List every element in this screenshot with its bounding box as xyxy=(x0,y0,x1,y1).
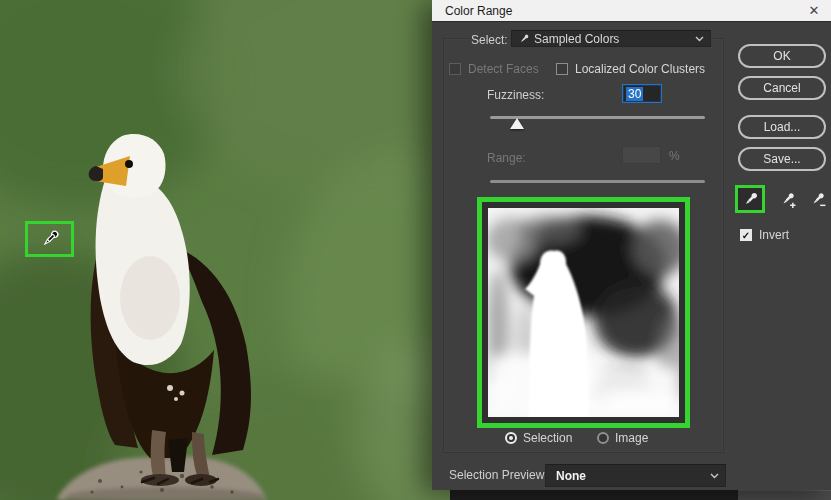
eyedropper-icon xyxy=(742,191,759,208)
selection-preview-label: Selection Preview: xyxy=(449,468,548,482)
chevron-down-icon xyxy=(710,473,719,479)
detect-faces-checkbox: Detect Faces xyxy=(449,62,539,76)
close-icon[interactable]: ✕ xyxy=(805,2,823,20)
save-button[interactable]: Save... xyxy=(738,147,826,171)
localized-clusters-label: Localized Color Clusters xyxy=(575,62,705,76)
background-panel-strip xyxy=(738,490,831,500)
select-value: Sampled Colors xyxy=(534,32,619,46)
ok-button[interactable]: OK xyxy=(738,44,826,68)
invert-label: Invert xyxy=(759,228,789,242)
dialog-title: Color Range xyxy=(432,4,512,18)
photoshop-screen: Color Range ✕ Select: Sampled Colors xyxy=(0,0,831,500)
eyedropper-small-icon xyxy=(518,33,530,45)
eyedropper-cursor-icon[interactable] xyxy=(39,228,61,250)
eyedropper-minus-icon xyxy=(809,191,826,208)
eyedropper-plus-tool-button[interactable] xyxy=(772,185,802,213)
select-dropdown[interactable]: Sampled Colors xyxy=(511,30,711,47)
localized-clusters-box[interactable] xyxy=(556,63,568,75)
selection-preview-value: None xyxy=(556,469,586,483)
eyedropper-plus-icon xyxy=(779,191,796,208)
invert-box[interactable]: ✓ xyxy=(740,229,752,241)
radio-selection-label: Selection xyxy=(523,431,572,445)
fuzziness-label: Fuzziness: xyxy=(487,88,544,102)
fuzziness-slider-thumb[interactable] xyxy=(510,118,524,129)
selection-preview-dropdown[interactable]: None xyxy=(545,464,726,487)
invert-checkbox[interactable]: ✓ Invert xyxy=(740,228,789,242)
radio-image-label: Image xyxy=(615,431,648,445)
radio-selection-dot[interactable] xyxy=(505,432,517,444)
radio-image-dot[interactable] xyxy=(597,432,609,444)
detect-faces-box xyxy=(449,63,461,75)
detect-faces-label: Detect Faces xyxy=(468,62,539,76)
select-label: Select: xyxy=(471,33,508,47)
range-slider-track xyxy=(490,180,705,183)
range-unit: % xyxy=(669,149,680,163)
localized-clusters-checkbox[interactable]: Localized Color Clusters xyxy=(556,62,705,76)
mask-preview-image xyxy=(488,208,679,417)
range-input xyxy=(622,146,661,164)
fuzziness-value: 30 xyxy=(626,87,643,101)
fuzziness-input[interactable]: 30 xyxy=(622,84,662,103)
radio-image[interactable]: Image xyxy=(597,431,648,445)
color-range-dialog: Color Range ✕ Select: Sampled Colors xyxy=(432,0,831,490)
mask-preview-highlight[interactable] xyxy=(477,197,690,428)
eyedropper-minus-tool-button[interactable] xyxy=(802,185,831,213)
dialog-titlebar[interactable]: Color Range ✕ xyxy=(432,0,831,22)
background-canvas-strip xyxy=(450,490,738,500)
radio-selection[interactable]: Selection xyxy=(505,431,572,445)
sample-highlight-box xyxy=(25,221,74,257)
load-button[interactable]: Load... xyxy=(738,115,826,139)
dialog-body: Select: Sampled Colors Detect Faces xyxy=(432,22,831,490)
range-label: Range: xyxy=(487,151,526,165)
cancel-button[interactable]: Cancel xyxy=(738,76,826,100)
chevron-down-icon xyxy=(695,36,704,42)
eyedropper-tool-button[interactable] xyxy=(735,185,765,213)
